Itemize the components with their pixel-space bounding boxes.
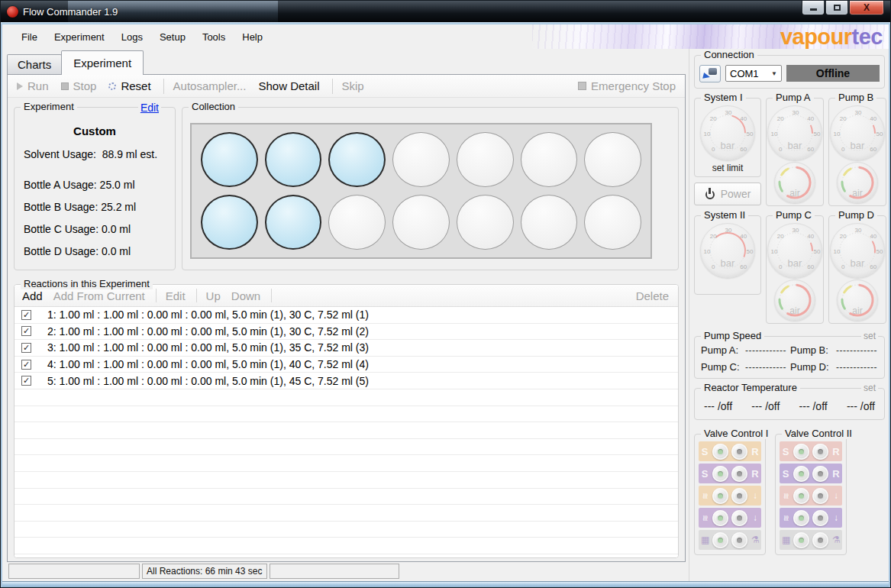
reaction-row[interactable]: ✓3: 1.00 ml : 1.00 ml : 0.00 ml : 0.00 m… (15, 340, 678, 357)
valve-right-button[interactable] (812, 444, 828, 460)
valve-row: ≋↓ (780, 486, 842, 506)
reactor-temperature-groupbox: Reactor Temperature set --- /off--- /off… (694, 388, 885, 420)
valve-right-button[interactable] (812, 466, 828, 482)
com-port-select[interactable]: COM1 ▼ (725, 65, 782, 82)
valve-right-button[interactable] (731, 532, 747, 548)
edit-experiment-link[interactable]: Edit (138, 102, 161, 114)
valve-right-button[interactable] (812, 532, 828, 548)
solvent-usage-line: Solvent Usage: 88.9 ml est. (24, 148, 167, 160)
set-limit-link[interactable]: set limit (695, 163, 760, 173)
valve-s-label: S (701, 446, 709, 457)
reaction-row[interactable]: ✓2: 1.00 ml : 1.00 ml : 0.00 ml : 0.00 m… (15, 324, 678, 341)
tab-charts[interactable]: Charts (7, 54, 62, 74)
gauge-unit-label: bar (768, 140, 822, 151)
valve-left-button[interactable] (793, 444, 809, 460)
pump-b-air-gauge: air (837, 162, 878, 203)
menu-item-logs[interactable]: Logs (113, 27, 151, 47)
reaction-empty-row (15, 472, 678, 489)
menu-item-experiment[interactable]: Experiment (46, 27, 113, 47)
add-reaction-button[interactable]: Add (22, 289, 43, 302)
valve-left-button[interactable] (793, 532, 809, 548)
reset-button[interactable]: Reset (108, 79, 150, 92)
show-detail-button[interactable]: Show Detail (258, 79, 319, 92)
vapourtec-logo: vapourtec (780, 26, 883, 48)
valve-right-button[interactable] (731, 466, 747, 482)
toolbar-separator (271, 289, 272, 302)
pump-c-air-gauge: air (774, 279, 815, 321)
menu-item-file[interactable]: File (13, 27, 46, 47)
close-button[interactable]: X (849, 1, 884, 15)
pump-b-air-mount: air (829, 162, 886, 203)
pump-speed-label: Pump B: (790, 344, 833, 356)
valve-row: ▦⚗ (699, 530, 761, 550)
bottle-usage-label: Bottle C Usage: (24, 223, 98, 235)
valve-left-button[interactable] (793, 466, 809, 482)
autosampler-button[interactable]: Autosampler... (173, 79, 247, 92)
collection-vial-filled (265, 132, 322, 187)
valve-right-button[interactable] (731, 444, 747, 460)
minimize-button[interactable] (802, 1, 825, 15)
all-reactions-time: All Reactions: 66 min 43 sec (147, 566, 262, 577)
power-button[interactable]: Power (694, 183, 761, 205)
maximize-button[interactable] (825, 1, 848, 15)
menu-item-tools[interactable]: Tools (194, 27, 234, 47)
valve-led-green (718, 449, 723, 454)
valve-row: SR (699, 464, 761, 483)
reactor-temp-set-link[interactable]: set (861, 383, 878, 393)
bottle-usage-line: Bottle B Usage: 25.2 ml (24, 201, 167, 213)
reaction-checkbox[interactable]: ✓ (21, 326, 31, 336)
valve-left-button[interactable] (793, 488, 809, 504)
reaction-checkbox[interactable]: ✓ (21, 310, 31, 320)
run-button[interactable]: Run (17, 79, 49, 92)
reaction-row[interactable]: ✓1: 1.00 ml : 1.00 ml : 0.00 ml : 0.00 m… (15, 307, 678, 324)
valve-left-button[interactable] (712, 510, 728, 526)
gauge-tick-label: 10 (834, 131, 841, 137)
emergency-stop-button[interactable]: Emergency Stop (578, 79, 676, 92)
reactions-list: ✓1: 1.00 ml : 1.00 ml : 0.00 ml : 0.00 m… (15, 307, 678, 557)
edit-reaction-button[interactable]: Edit (166, 289, 186, 302)
reaction-text: 5: 1.00 ml : 1.00 ml : 0.00 ml : 0.00 ml… (47, 375, 369, 387)
tab-experiment[interactable]: Experiment (61, 50, 144, 75)
pump-d-pressure-mount: 0102030405060bar (829, 223, 886, 278)
valve-left-button[interactable] (712, 488, 728, 504)
skip-button[interactable]: Skip (342, 79, 364, 92)
pump-speed-set-link[interactable]: set (861, 331, 878, 341)
add-from-current-button[interactable]: Add From Current (53, 289, 145, 302)
delete-reaction-button[interactable]: Delete (636, 289, 669, 302)
valve-left-button[interactable] (793, 510, 809, 526)
gauge-tick-label: 20 (777, 115, 784, 122)
reaction-checkbox[interactable]: ✓ (21, 343, 31, 353)
stop-button[interactable]: Stop (61, 79, 97, 92)
valve-right-button[interactable] (812, 510, 828, 526)
valve-right-button[interactable] (731, 510, 747, 526)
reaction-checkbox[interactable]: ✓ (21, 360, 31, 370)
move-down-button[interactable]: Down (231, 289, 260, 302)
valve-right-button[interactable] (731, 488, 747, 504)
pump-a-groupbox: Pump A0102030405060barair (766, 98, 824, 206)
pump-d-air-mount: air (829, 279, 886, 321)
collection-vial-empty (392, 132, 450, 187)
gauge-unit-label: air (775, 188, 815, 199)
connect-button[interactable] (699, 65, 721, 82)
valve-r-label: R (751, 468, 759, 480)
reaction-checkbox[interactable]: ✓ (21, 376, 31, 386)
valve-right-button[interactable] (812, 488, 828, 504)
menu-item-setup[interactable]: Setup (151, 27, 194, 47)
valve-left-button[interactable] (712, 466, 728, 482)
valve-led-gray (737, 493, 742, 499)
move-up-button[interactable]: Up (206, 289, 221, 302)
title-bar: Flow Commander 1.9 X (1, 1, 890, 22)
content-area: ChartsExperiment Run Stop Reset Autosamp… (2, 49, 889, 581)
pump-d-pressure-gauge: 0102030405060bar (830, 223, 885, 278)
toolbar-separator (332, 79, 333, 94)
valve-left-button[interactable] (712, 532, 728, 548)
reaction-row[interactable]: ✓5: 1.00 ml : 1.00 ml : 0.00 ml : 0.00 m… (15, 373, 678, 389)
valve-left-button[interactable] (712, 444, 728, 460)
groupbox-title: Pump A (773, 92, 814, 103)
valve-led-green (799, 538, 804, 543)
reaction-row[interactable]: ✓4: 1.00 ml : 1.00 ml : 0.00 ml : 0.00 m… (15, 357, 678, 373)
menu-item-help[interactable]: Help (234, 27, 271, 47)
valve-r-label: R (832, 446, 840, 457)
valve-row: SR (699, 441, 761, 461)
pump-speed-grid: Pump A:------------Pump B:------------Pu… (701, 344, 878, 373)
